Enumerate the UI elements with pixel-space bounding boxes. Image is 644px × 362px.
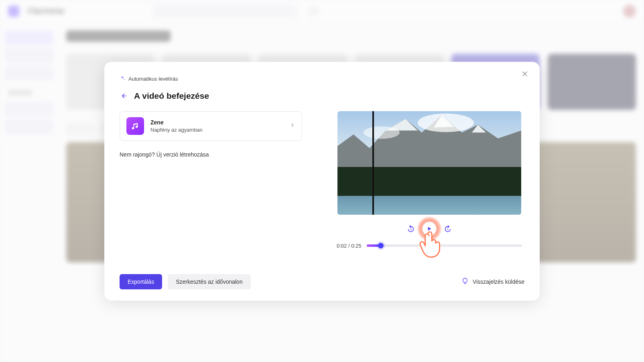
breadcrumb-label: Automatikus levélírás bbox=[128, 76, 178, 82]
chevron-right-icon bbox=[290, 122, 295, 130]
svg-point-0 bbox=[418, 113, 474, 132]
seek-thumb[interactable] bbox=[378, 243, 384, 248]
svg-point-1 bbox=[364, 126, 400, 138]
send-feedback-link[interactable]: Visszajelzés küldése bbox=[461, 277, 524, 286]
modal-overlay: Automatikus levélírás A videó befejezése… bbox=[0, 0, 644, 362]
svg-text:5: 5 bbox=[410, 228, 412, 230]
music-heading: Zene bbox=[150, 119, 283, 126]
breadcrumb: Automatikus levélírás bbox=[120, 75, 524, 82]
music-card[interactable]: Zene Napfény az agyamban bbox=[120, 111, 302, 141]
page-title: A videó befejezése bbox=[134, 91, 209, 101]
lightbulb-icon bbox=[461, 277, 469, 286]
rewind-5-button[interactable]: 5 bbox=[406, 224, 416, 234]
video-preview[interactable] bbox=[337, 111, 521, 215]
sparkle-icon bbox=[120, 75, 125, 82]
svg-text:5: 5 bbox=[447, 228, 449, 230]
music-track-name: Napfény az agyamban bbox=[150, 127, 283, 133]
time-label: 0:02 / 0:25 bbox=[337, 243, 361, 249]
playback-controls: 5 5 bbox=[334, 222, 524, 236]
seek-slider[interactable] bbox=[367, 244, 522, 247]
regenerate-link[interactable]: Nem rajongó? Új verzió létrehozása bbox=[120, 151, 209, 158]
music-icon bbox=[126, 117, 144, 135]
close-icon bbox=[522, 71, 528, 79]
back-button[interactable] bbox=[120, 92, 128, 100]
export-button[interactable]: Exportálás bbox=[120, 274, 162, 289]
feedback-label: Visszajelzés küldése bbox=[473, 279, 524, 285]
playhead-indicator bbox=[372, 111, 374, 215]
forward-5-button[interactable]: 5 bbox=[443, 224, 453, 234]
close-button[interactable] bbox=[520, 71, 529, 79]
regenerate-text: Nem rajongó? Új verzió létrehozása bbox=[120, 151, 302, 158]
play-button[interactable] bbox=[423, 222, 436, 236]
finish-video-modal: Automatikus levélírás A videó befejezése… bbox=[104, 62, 540, 301]
edit-timeline-button[interactable]: Szerkesztés az idővonalon bbox=[168, 274, 251, 289]
